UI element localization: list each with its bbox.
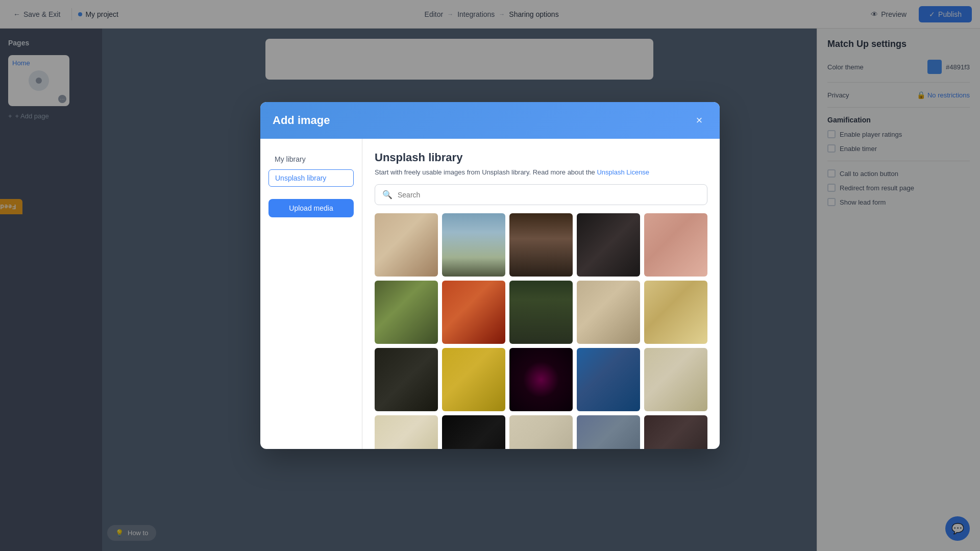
- search-bar: 🔍: [375, 184, 707, 205]
- image-cell[interactable]: [509, 281, 573, 344]
- image-cell[interactable]: [644, 348, 707, 411]
- image-cell[interactable]: [577, 415, 640, 449]
- modal-close-button[interactable]: ×: [691, 112, 707, 129]
- unsplash-link[interactable]: Unsplash License: [597, 168, 649, 176]
- my-library-nav[interactable]: My library: [268, 151, 354, 167]
- image-cell[interactable]: [442, 415, 505, 449]
- modal-sidebar: My library Unsplash library Upload media: [260, 139, 362, 449]
- image-cell[interactable]: [509, 348, 573, 411]
- image-cell[interactable]: [644, 415, 707, 449]
- unsplash-title: Unsplash library: [375, 151, 707, 164]
- unsplash-desc: Start with freely usable images from Uns…: [375, 168, 707, 176]
- upload-media-button[interactable]: Upload media: [268, 199, 354, 217]
- image-cell[interactable]: [442, 213, 505, 277]
- image-cell[interactable]: [509, 213, 573, 277]
- add-image-modal: Add image × My library Unsplash library …: [260, 102, 720, 449]
- image-cell[interactable]: [375, 281, 438, 344]
- search-input[interactable]: [398, 191, 700, 199]
- modal-overlay[interactable]: Add image × My library Unsplash library …: [0, 0, 980, 551]
- image-cell[interactable]: [375, 213, 438, 277]
- image-cell[interactable]: [644, 213, 707, 277]
- image-cell[interactable]: [375, 415, 438, 449]
- image-cell[interactable]: [577, 348, 640, 411]
- image-cell[interactable]: [442, 348, 505, 411]
- image-cell[interactable]: [644, 281, 707, 344]
- image-cell[interactable]: [442, 281, 505, 344]
- image-cell[interactable]: [509, 415, 573, 449]
- modal-header: Add image ×: [260, 102, 720, 139]
- modal-body: My library Unsplash library Upload media…: [260, 139, 720, 449]
- modal-title: Add image: [273, 114, 330, 127]
- modal-content-area: Unsplash library Start with freely usabl…: [362, 139, 720, 449]
- image-grid: [375, 213, 707, 449]
- image-cell[interactable]: [577, 213, 640, 277]
- image-cell[interactable]: [577, 281, 640, 344]
- search-icon: 🔍: [382, 190, 393, 199]
- unsplash-library-nav[interactable]: Unsplash library: [268, 169, 354, 187]
- image-cell[interactable]: [375, 348, 438, 411]
